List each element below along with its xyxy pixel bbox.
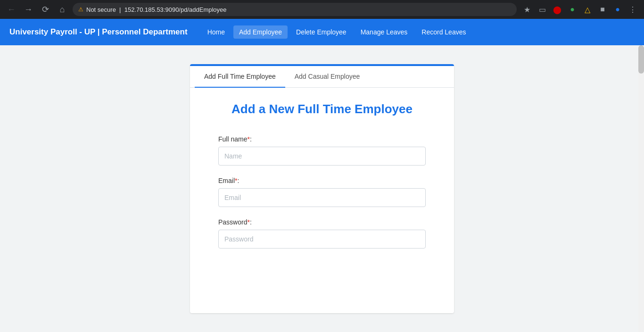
navbar-links: Home Add Employee Delete Employee Manage…	[202, 25, 472, 39]
address-bar[interactable]: ⚠ Not secure | 152.70.185.53:9090/pd/add…	[73, 3, 517, 16]
email-input[interactable]	[218, 188, 426, 207]
card: Add Full Time Employee Add Casual Employ…	[190, 64, 454, 313]
nav-record-leaves[interactable]: Record Leaves	[416, 25, 471, 39]
password-input[interactable]	[218, 230, 426, 249]
browser-actions: ★ ▭ ⬤ ● △ ■ ● ⋮	[520, 3, 639, 16]
nav-manage-leaves[interactable]: Manage Leaves	[355, 25, 413, 39]
navbar: University Payroll - UP | Personnel Depa…	[0, 19, 644, 45]
form-group-password: Password*:	[218, 218, 426, 249]
security-icon: ⚠	[78, 6, 83, 13]
home-button[interactable]: ⌂	[56, 3, 69, 16]
forward-button[interactable]: →	[22, 3, 35, 16]
cast-button[interactable]: ▭	[536, 3, 549, 16]
form-group-full-name: Full name*:	[218, 135, 426, 166]
more-button[interactable]: ⋮	[626, 3, 639, 16]
nav-home[interactable]: Home	[202, 25, 231, 39]
email-label: Email*:	[218, 177, 426, 184]
nav-delete-employee[interactable]: Delete Employee	[290, 25, 352, 39]
account-button[interactable]: ●	[611, 3, 624, 16]
not-secure-text: Not secure	[86, 6, 116, 13]
form-content: Add a New Full Time Employee Full name*:…	[190, 88, 454, 274]
browser-chrome: ← → ⟳ ⌂ ⚠ Not secure | 152.70.185.53:909…	[0, 0, 644, 19]
back-button[interactable]: ←	[5, 3, 18, 16]
navbar-brand: University Payroll - UP | Personnel Depa…	[9, 27, 188, 37]
tab-full-time-employee[interactable]: Add Full Time Employee	[195, 66, 285, 88]
nav-add-employee[interactable]: Add Employee	[233, 25, 288, 39]
address-text: Not secure | 152.70.185.53:9090/pd/addEm…	[86, 6, 227, 13]
puzzle-button[interactable]: ■	[596, 3, 609, 16]
ext1-button[interactable]: ⬤	[551, 3, 564, 16]
warning-button[interactable]: △	[581, 3, 594, 16]
full-name-input[interactable]	[218, 147, 426, 166]
form-group-email: Email*:	[218, 177, 426, 207]
reload-button[interactable]: ⟳	[39, 3, 52, 16]
scrollbar[interactable]	[638, 45, 644, 332]
tab-casual-employee[interactable]: Add Casual Employee	[285, 66, 370, 88]
form-title: Add a New Full Time Employee	[218, 102, 426, 116]
bookmark-star-button[interactable]: ★	[520, 3, 534, 16]
main-content: Add Full Time Employee Add Casual Employ…	[0, 45, 644, 332]
tabs: Add Full Time Employee Add Casual Employ…	[190, 66, 454, 88]
scrollbar-thumb[interactable]	[638, 45, 644, 74]
profile-button[interactable]: ●	[566, 3, 579, 16]
full-name-label: Full name*:	[218, 135, 426, 143]
url-display: 152.70.185.53:9090/pd/addEmployee	[124, 6, 227, 13]
password-label: Password*:	[218, 218, 426, 226]
